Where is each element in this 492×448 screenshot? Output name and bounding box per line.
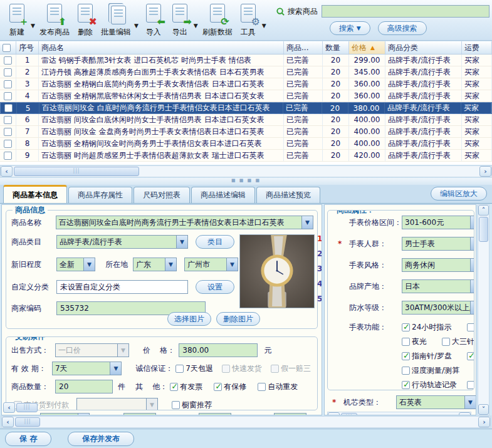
col-header-price[interactable]: 价格▲ — [349, 41, 385, 54]
category-button[interactable]: 类目 — [196, 235, 234, 249]
city-combo[interactable]: 广州市▼ — [184, 258, 238, 271]
row-checkbox[interactable] — [4, 80, 12, 88]
col-header-freight[interactable]: 运费 — [462, 41, 492, 54]
scroll-left-icon[interactable]: ‹ — [3, 402, 15, 413]
table-row[interactable]: 4 百达翡丽 全精钢黑底带钻休闲女士手表情侣男表 日本进口石英女表 已完善 20… — [0, 90, 492, 102]
export-dropdown-arrow[interactable]: ▼ — [194, 23, 198, 29]
table-row[interactable]: 2 江诗丹顿 高雅超薄质感商务白面男士手表女表情侣表 日本石英男表 已完善 20… — [0, 66, 492, 78]
chevron-down-icon[interactable]: ▼ — [464, 396, 476, 409]
batch-edit-dropdown-arrow[interactable]: ▼ — [134, 23, 139, 29]
image-page-1[interactable]: 1 — [317, 234, 322, 243]
advanced-search-button[interactable]: 高级搜索 — [378, 21, 427, 35]
scroll-down-icon[interactable]: ˅ — [478, 404, 489, 415]
scroll-left-icon[interactable]: ‹ — [1, 166, 13, 177]
attributes-vertical-scrollbar[interactable]: ˄ ˅ — [478, 204, 489, 415]
workarea-horizontal-scrollbar[interactable]: ‹ › — [1, 416, 491, 428]
image-page-3[interactable]: 3 — [317, 264, 322, 273]
row-checkbox[interactable] — [4, 56, 12, 65]
condition-combo[interactable]: 全新▼ — [56, 258, 95, 271]
panel-splitter[interactable]: ■ ■ ■ ■ — [0, 178, 492, 185]
col-header-qty[interactable]: 数量 — [323, 41, 349, 54]
row-checkbox[interactable] — [4, 140, 12, 148]
func-track-checkbox[interactable] — [402, 381, 410, 389]
price-range-combo[interactable]: 301-600元▼ — [402, 216, 474, 229]
row-checkbox[interactable] — [4, 128, 12, 136]
delete-button[interactable]: ✖ 删除 — [72, 2, 98, 39]
func-humidity-checkbox[interactable] — [402, 367, 410, 375]
watch-style-combo[interactable]: 商务休闲▼ — [402, 258, 474, 272]
chevron-down-icon[interactable]: ▼ — [110, 362, 121, 375]
chevron-down-icon[interactable]: ▼ — [301, 216, 313, 229]
save-and-publish-button[interactable]: 保存并发布 — [68, 432, 134, 446]
tab-basic-info[interactable]: 商品基本信息 — [3, 185, 67, 203]
table-row[interactable]: 7 百达翡丽 间玫金 金盘商务时尚男士手表女表情侣表日本进口石英表 已完善 20… — [0, 126, 492, 138]
waterproof-combo[interactable]: 30ATM/300米以上/深▼ — [402, 301, 474, 315]
custom-class-input[interactable]: 未设置自定义分类 — [56, 280, 188, 294]
chevron-down-icon[interactable]: ▼ — [470, 280, 474, 293]
func-clipped2-checkbox[interactable] — [467, 352, 474, 360]
scroll-left-icon[interactable]: ‹ — [328, 412, 340, 415]
chevron-down-icon[interactable]: ▼ — [165, 258, 176, 271]
watch-crowd-combo[interactable]: 男士手表▼ — [402, 237, 474, 251]
image-page-4[interactable]: 4 — [317, 279, 322, 288]
movement-type-combo[interactable]: 石英表▼ — [396, 395, 476, 409]
save-button[interactable]: 保 存 — [5, 432, 51, 446]
row-checkbox[interactable] — [4, 152, 12, 160]
province-combo[interactable]: 广东▼ — [133, 258, 177, 271]
chevron-down-icon[interactable]: ▼ — [470, 301, 474, 314]
col-header-category[interactable]: 商品分类 — [385, 41, 462, 54]
batch-edit-button[interactable]: 批量编辑 — [98, 2, 133, 39]
table-row[interactable]: 8 百达翡丽 全精钢间玫金时尚商务男士手表情侣女表日本进口石英表 已完善 20 … — [0, 138, 492, 150]
delete-image-button[interactable]: 删除图片 — [216, 312, 260, 326]
checkbox-invoice[interactable] — [170, 383, 178, 391]
checkbox-auto-repost[interactable] — [258, 383, 266, 391]
scroll-right-icon[interactable]: › — [479, 166, 491, 177]
price-input[interactable]: 380.00 — [179, 343, 258, 357]
category-combo[interactable]: 品牌手表/流行手表▼ — [56, 235, 188, 249]
scroll-right-icon[interactable]: › — [459, 412, 471, 415]
scroll-right-icon[interactable]: › — [478, 417, 490, 427]
select-all-checkbox[interactable] — [3, 44, 11, 52]
scroll-thumb[interactable] — [14, 167, 139, 176]
select-image-button[interactable]: 选择图片 — [167, 312, 211, 326]
col-header-name[interactable]: 商品名 — [39, 41, 284, 54]
row-checkbox[interactable] — [4, 92, 12, 100]
func-compass-checkbox[interactable] — [402, 352, 410, 360]
search-input[interactable] — [322, 5, 489, 18]
search-button[interactable]: 搜索▼ — [330, 21, 370, 35]
tab-desc-edit[interactable]: 商品描述编辑 — [191, 187, 255, 203]
set-custom-class-button[interactable]: 设置 — [196, 280, 234, 294]
row-checkbox[interactable] — [4, 104, 13, 112]
tab-size-chart[interactable]: 尺码对照表 — [133, 187, 190, 203]
enlarge-editor-button[interactable]: 编辑区放大 — [431, 187, 487, 201]
row-checkbox[interactable] — [4, 116, 12, 124]
tab-desc-preview[interactable]: 商品描述预览 — [256, 187, 320, 203]
new-dropdown-arrow[interactable]: ▼ — [31, 23, 35, 29]
row-checkbox[interactable] — [4, 68, 12, 76]
image-page-2[interactable]: 2 — [317, 249, 322, 258]
export-button[interactable]: ➡ 导出 — [167, 2, 193, 39]
table-row[interactable]: 1 雷达 钨钢手表酷黑3针女表 进口石英机芯 时尚男士手表 情侣表 已完善 20… — [0, 55, 492, 66]
table-row[interactable]: 9 百达翡丽 时尚超质感竖男士手表情侣表超薄款女表 瑞士进口石英表 已完善 20… — [0, 150, 492, 162]
new-button[interactable]: ＋ 新建 — [4, 2, 30, 39]
col-header-status[interactable]: 商品... — [284, 41, 323, 54]
chevron-down-icon[interactable]: ▼ — [83, 258, 95, 271]
attributes-horizontal-scrollbar[interactable]: ‹ › — [327, 412, 471, 415]
chevron-down-icon[interactable]: ▼ — [470, 216, 474, 229]
table-horizontal-scrollbar[interactable]: ‹ › — [0, 165, 492, 177]
publish-button[interactable]: ⬆ 发布商品 — [37, 2, 72, 39]
func-clipped-checkbox[interactable] — [467, 323, 474, 331]
table-row-selected[interactable]: 5 百达翡丽间玫金 白底时尚商务流行男士手表情侣女表日本进口石英表 已完善 20… — [0, 102, 492, 114]
table-row[interactable]: 3 百达翡丽 全精钢白底简约商务男士手表女表情侣表 日本进口石英表 已完善 20… — [0, 78, 492, 90]
validity-combo[interactable]: 7天▼ — [52, 362, 122, 375]
scroll-up-icon[interactable]: ˄ — [478, 205, 489, 216]
checkbox-7day-return[interactable] — [175, 365, 184, 373]
scroll-thumb[interactable] — [15, 417, 40, 427]
scroll-left-icon[interactable]: ‹ — [2, 417, 14, 427]
chevron-down-icon[interactable]: ▼ — [78, 414, 89, 415]
func-24h-checkbox[interactable] — [402, 323, 410, 331]
chevron-down-icon[interactable]: ▼ — [176, 236, 187, 248]
col-header-no[interactable]: 序号 — [16, 41, 39, 54]
image-page-5[interactable]: 5 — [317, 294, 322, 303]
refresh-button[interactable]: ⟳ 刷新数据 — [200, 2, 235, 39]
